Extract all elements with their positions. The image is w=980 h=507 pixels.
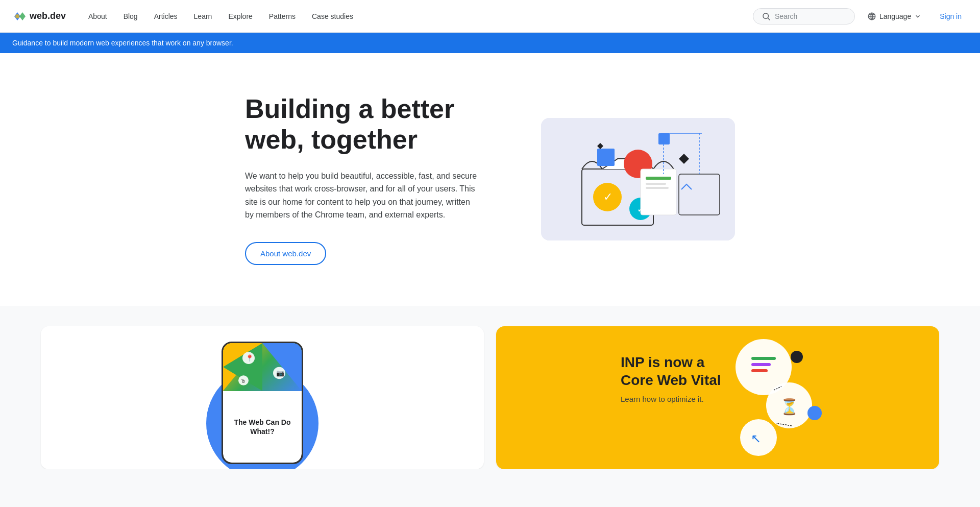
- hero-section: Building a better web, together We want …: [0, 53, 980, 306]
- signin-button[interactable]: Sign in: [934, 9, 968, 23]
- inp-illustration: INP is now a Core Web Vital Learn how to…: [496, 326, 939, 469]
- svg-rect-37: [751, 363, 771, 366]
- webdev-logo-icon: [12, 9, 27, 23]
- svg-point-39: [791, 351, 803, 363]
- card-web-can-do[interactable]: 📍 📷 🖱 The Web Can Do What!?: [41, 326, 484, 469]
- phone-mockup: 📍 📷 🖱 The Web Can Do What!?: [222, 342, 303, 464]
- svg-marker-24: [262, 343, 302, 391]
- nav-about[interactable]: About: [82, 8, 113, 25]
- globe-icon: [867, 12, 876, 21]
- language-button[interactable]: Language: [863, 9, 925, 24]
- svg-rect-17: [646, 183, 666, 185]
- svg-line-2: [768, 18, 770, 20]
- svg-text:✓: ✓: [603, 190, 612, 203]
- nav-learn[interactable]: Learn: [188, 8, 218, 25]
- announcement-banner: Guidance to build modern web experiences…: [0, 33, 980, 53]
- navbar: web.dev About Blog Articles Learn Explor…: [0, 0, 980, 33]
- nav-case-studies[interactable]: Case studies: [306, 8, 359, 25]
- hero-title: Building a better web, together: [245, 94, 500, 155]
- svg-rect-4: [541, 118, 735, 240]
- card-inp[interactable]: INP is now a Core Web Vital Learn how to…: [496, 326, 939, 469]
- svg-rect-7: [658, 133, 670, 144]
- announcement-text: Guidance to build modern web experiences…: [12, 39, 233, 47]
- svg-text:📷: 📷: [276, 369, 285, 377]
- phone-text: The Web Can Do What!?: [228, 418, 297, 436]
- svg-rect-18: [646, 187, 669, 189]
- language-label: Language: [879, 12, 911, 20]
- nav-articles[interactable]: Articles: [148, 8, 184, 25]
- card-inp-media: INP is now a Core Web Vital Learn how to…: [496, 326, 939, 469]
- nav-patterns[interactable]: Patterns: [263, 8, 302, 25]
- svg-text:Core Web Vital: Core Web Vital: [621, 372, 721, 388]
- logo-link[interactable]: web.dev: [12, 9, 66, 23]
- hero-svg-illustration: ✓ ✓: [541, 118, 735, 240]
- search-placeholder: Search: [775, 12, 797, 20]
- svg-rect-6: [597, 149, 615, 166]
- search-bar[interactable]: Search: [753, 8, 855, 25]
- svg-text:🖱: 🖱: [240, 378, 246, 384]
- phone-screen-bottom: The Web Can Do What!?: [223, 391, 302, 463]
- hero-content: Building a better web, together We want …: [245, 94, 500, 265]
- logo-text: web.dev: [30, 11, 66, 21]
- card-web-media: 📍 📷 🖱 The Web Can Do What!?: [41, 326, 484, 469]
- cards-section: 📍 📷 🖱 The Web Can Do What!?: [0, 306, 980, 469]
- svg-point-0: [15, 14, 19, 18]
- svg-rect-15: [641, 169, 676, 215]
- svg-text:⏳: ⏳: [780, 398, 799, 416]
- svg-text:📍: 📍: [246, 354, 254, 363]
- svg-rect-16: [646, 177, 671, 180]
- svg-rect-38: [751, 369, 768, 372]
- search-icon: [762, 12, 771, 21]
- hero-illustration: ✓ ✓: [541, 118, 735, 240]
- chevron-down-icon: [914, 13, 921, 20]
- svg-text:INP is now a: INP is now a: [621, 354, 705, 370]
- nav-explore[interactable]: Explore: [222, 8, 258, 25]
- svg-point-1: [763, 13, 769, 19]
- svg-text:↖: ↖: [751, 431, 761, 445]
- hero-description: We want to help you build beautiful, acc…: [245, 170, 480, 222]
- nav-blog[interactable]: Blog: [117, 8, 144, 25]
- phone-screen-top: 📍 📷 🖱: [223, 343, 302, 391]
- hero-cta-button[interactable]: About web.dev: [245, 242, 326, 265]
- svg-point-44: [807, 406, 822, 420]
- nav-right: Search Language Sign in: [753, 8, 968, 25]
- phone-screen: 📍 📷 🖱 The Web Can Do What!?: [223, 343, 302, 463]
- svg-text:Learn how to optimize it.: Learn how to optimize it.: [621, 395, 704, 403]
- svg-rect-36: [751, 357, 776, 360]
- nav-links: About Blog Articles Learn Explore Patter…: [82, 8, 753, 25]
